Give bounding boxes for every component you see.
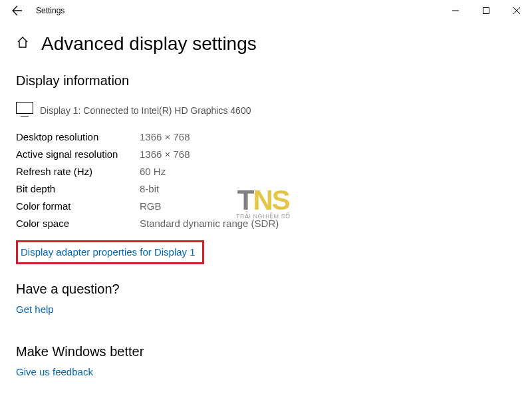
get-help-link[interactable]: Get help: [16, 304, 54, 315]
page-header: Advanced display settings: [16, 33, 516, 55]
feedback-link[interactable]: Give us feedback: [16, 366, 93, 377]
info-value: RGB: [140, 198, 162, 215]
better-heading: Make Windows better: [16, 344, 516, 359]
maximize-icon: [483, 7, 489, 14]
info-label: Color format: [16, 198, 140, 215]
back-button[interactable]: [7, 0, 28, 21]
window-title: Settings: [36, 6, 65, 15]
monitor-icon: [16, 102, 33, 116]
info-label: Desktop resolution: [16, 128, 140, 146]
question-heading: Have a question?: [16, 282, 516, 297]
info-value: 60 Hz: [140, 163, 166, 180]
adapter-link-highlight: Display adapter properties for Display 1: [16, 240, 204, 264]
close-icon: [513, 7, 520, 14]
minimize-icon: [452, 7, 459, 14]
info-row: Color format RGB: [16, 198, 516, 215]
info-value: 8-bit: [140, 180, 159, 198]
minimize-button[interactable]: [440, 0, 471, 21]
window-controls: [440, 0, 532, 21]
home-icon: [16, 36, 29, 49]
close-button[interactable]: [501, 0, 532, 21]
info-label: Color space: [16, 215, 140, 232]
svg-rect-1: [483, 8, 489, 14]
arrow-left-icon: [12, 5, 23, 16]
info-row: Color space Standard dynamic range (SDR): [16, 215, 516, 232]
titlebar: Settings: [0, 0, 532, 21]
info-row: Refresh rate (Hz) 60 Hz: [16, 163, 516, 180]
info-row: Desktop resolution 1366 × 768: [16, 128, 516, 146]
info-row: Active signal resolution 1366 × 768: [16, 146, 516, 163]
maximize-button[interactable]: [471, 0, 501, 21]
content-area: Advanced display settings Display inform…: [0, 21, 532, 378]
monitor-connected-text: Display 1: Connected to Intel(R) HD Grap…: [40, 105, 251, 116]
info-label: Bit depth: [16, 180, 140, 198]
home-button[interactable]: [16, 36, 29, 53]
page-title: Advanced display settings: [41, 33, 257, 55]
display-info-table: Desktop resolution 1366 × 768 Active sig…: [16, 128, 516, 232]
display-info-heading: Display information: [16, 73, 516, 89]
info-value: 1366 × 768: [140, 146, 190, 163]
display-adapter-link[interactable]: Display adapter properties for Display 1: [21, 246, 196, 258]
info-label: Refresh rate (Hz): [16, 163, 140, 180]
info-value: Standard dynamic range (SDR): [140, 215, 279, 232]
info-label: Active signal resolution: [16, 146, 140, 163]
info-value: 1366 × 768: [140, 128, 190, 146]
monitor-row: Display 1: Connected to Intel(R) HD Grap…: [16, 102, 516, 116]
info-row: Bit depth 8-bit: [16, 180, 516, 198]
